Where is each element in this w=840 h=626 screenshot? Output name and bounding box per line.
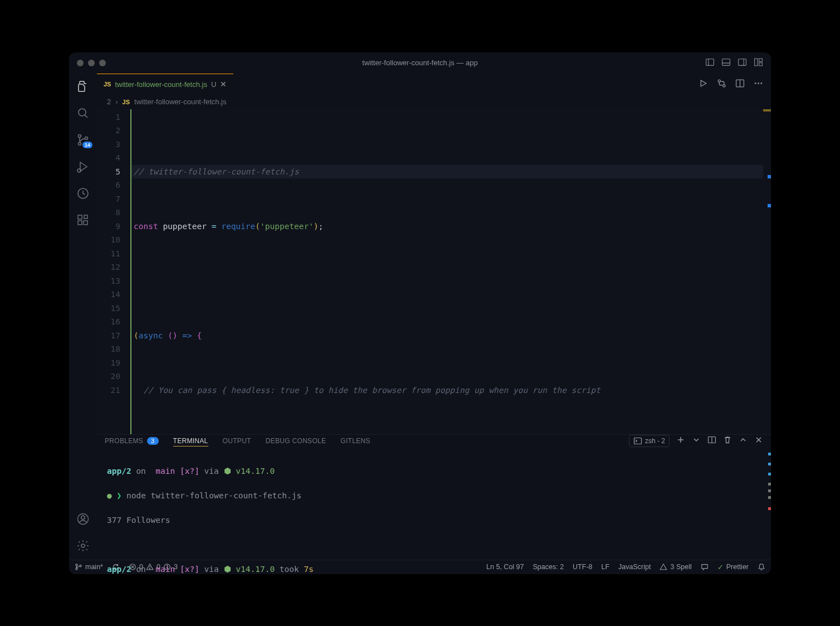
- title-bar: twitter-follower-count-fetch.js — app: [69, 52, 771, 74]
- tab-problems[interactable]: PROBLEMS 3: [105, 437, 159, 445]
- run-debug-icon[interactable]: [76, 159, 90, 174]
- tab-gitlens[interactable]: GITLENS: [340, 437, 370, 445]
- problems-count-badge: 3: [147, 437, 158, 445]
- svg-rect-20: [84, 215, 87, 219]
- zoom-window-button[interactable]: [99, 60, 106, 66]
- terminal-overview-ruler: [768, 447, 771, 574]
- toggle-panel-right-icon[interactable]: [738, 57, 747, 69]
- new-terminal-icon[interactable]: [676, 435, 685, 446]
- close-panel-icon[interactable]: [754, 435, 763, 446]
- minimap[interactable]: [763, 109, 771, 434]
- svg-point-13: [85, 137, 88, 139]
- svg-rect-19: [84, 221, 87, 225]
- svg-rect-0: [706, 59, 714, 65]
- svg-marker-14: [80, 162, 87, 171]
- explorer-icon[interactable]: [76, 79, 90, 94]
- extensions-icon[interactable]: [76, 213, 90, 227]
- svg-rect-6: [755, 59, 758, 66]
- svg-point-23: [81, 544, 85, 547]
- terminal-selector[interactable]: zsh - 2: [629, 435, 670, 447]
- timeline-icon[interactable]: [76, 186, 90, 201]
- svg-rect-4: [739, 59, 746, 65]
- breadcrumb-root: 2: [107, 98, 111, 106]
- chevron-right-icon: ›: [115, 98, 118, 106]
- toggle-panel-left-icon[interactable]: [705, 57, 715, 69]
- editor-group: JS twitter-follower-count-fetch.js U ✕ 2…: [97, 74, 771, 560]
- svg-point-25: [718, 80, 720, 82]
- panel-actions: zsh - 2: [629, 435, 763, 447]
- svg-rect-2: [722, 59, 730, 65]
- run-file-icon[interactable]: [699, 79, 708, 90]
- breadcrumb[interactable]: 2 › JS twitter-follower-count-fetch.js: [97, 95, 771, 109]
- svg-rect-7: [759, 59, 763, 61]
- svg-point-39: [76, 564, 77, 566]
- editor-tab[interactable]: JS twitter-follower-count-fetch.js U ✕: [97, 74, 233, 95]
- split-terminal-icon[interactable]: [707, 435, 716, 446]
- tab-output[interactable]: OUTPUT: [223, 437, 251, 445]
- main-area: 14 JS twitt: [69, 74, 771, 560]
- tab-terminal[interactable]: TERMINAL: [173, 437, 208, 447]
- terminal[interactable]: app/2 on main [x?] via ⬢ v14.17.0 ● ❯ no…: [97, 447, 771, 574]
- svg-point-29: [755, 83, 756, 84]
- chevron-up-icon[interactable]: [739, 435, 748, 446]
- customize-layout-icon[interactable]: [754, 57, 763, 69]
- accounts-icon[interactable]: [76, 512, 90, 526]
- js-file-icon: JS: [104, 81, 111, 88]
- panel-tabs: PROBLEMS 3 TERMINAL OUTPUT DEBUG CONSOLE…: [97, 435, 771, 447]
- svg-point-11: [79, 134, 81, 137]
- svg-rect-17: [78, 215, 82, 219]
- chevron-down-icon[interactable]: [692, 435, 701, 446]
- vscode-window: twitter-follower-count-fetch.js — app 14: [69, 52, 771, 574]
- bottom-panel: PROBLEMS 3 TERMINAL OUTPUT DEBUG CONSOLE…: [97, 434, 771, 560]
- tab-filename: twitter-follower-count-fetch.js: [115, 80, 207, 89]
- close-tab-icon[interactable]: ✕: [220, 80, 227, 89]
- git-compare-icon[interactable]: [717, 79, 726, 90]
- scm-badge: 14: [82, 142, 92, 148]
- svg-marker-24: [701, 80, 706, 86]
- layout-controls: [705, 57, 763, 69]
- source-control-icon[interactable]: 14: [76, 133, 90, 147]
- editor-actions: [699, 74, 771, 95]
- window-controls: [77, 60, 106, 66]
- tab-git-status: U: [211, 80, 216, 89]
- svg-rect-18: [78, 221, 82, 225]
- search-icon[interactable]: [76, 106, 90, 120]
- svg-point-26: [723, 84, 725, 86]
- svg-point-22: [81, 516, 85, 519]
- line-gutter: 123456789101112131415161718192021: [97, 109, 130, 434]
- close-window-button[interactable]: [77, 60, 84, 66]
- activity-bar: 14: [69, 74, 97, 560]
- svg-point-12: [79, 142, 81, 145]
- breadcrumb-file: twitter-follower-count-fetch.js: [134, 98, 226, 106]
- more-actions-icon[interactable]: [754, 79, 763, 90]
- code-body[interactable]: // twitter-follower-count-fetch.js const…: [130, 109, 763, 434]
- toggle-panel-bottom-icon[interactable]: [721, 57, 731, 69]
- svg-point-40: [76, 568, 77, 570]
- code-editor[interactable]: 123456789101112131415161718192021 // twi…: [97, 109, 771, 434]
- split-editor-icon[interactable]: [735, 79, 745, 90]
- tab-debug-console[interactable]: DEBUG CONSOLE: [266, 437, 326, 445]
- svg-point-30: [758, 83, 759, 84]
- svg-rect-32: [634, 438, 641, 444]
- svg-rect-8: [759, 62, 763, 65]
- svg-point-31: [760, 83, 762, 84]
- window-title: twitter-follower-count-fetch.js — app: [362, 59, 477, 67]
- svg-point-9: [79, 109, 86, 116]
- minimize-window-button[interactable]: [88, 60, 95, 66]
- js-file-icon: JS: [123, 99, 130, 105]
- kill-terminal-icon[interactable]: [723, 435, 732, 446]
- settings-gear-icon[interactable]: [76, 538, 90, 553]
- svg-point-41: [80, 565, 81, 567]
- svg-line-10: [85, 115, 87, 118]
- tab-bar: JS twitter-follower-count-fetch.js U ✕: [97, 74, 771, 95]
